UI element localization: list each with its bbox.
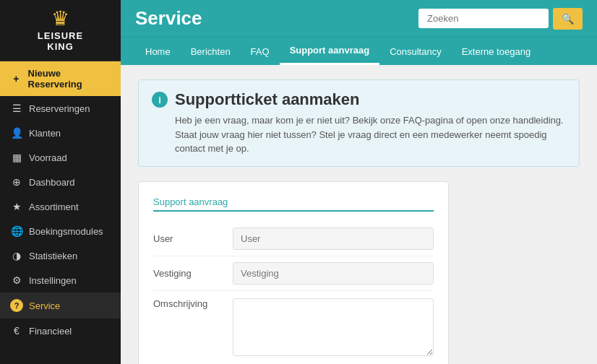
info-banner: i Supportticket aanmaken Heb je een vraa… <box>138 79 580 167</box>
vestiging-input[interactable] <box>233 262 434 285</box>
info-icon: i <box>152 92 168 108</box>
page-description: Heb je een vraag, maar kom je er niet ui… <box>175 113 566 156</box>
vestiging-label: Vestiging <box>153 268 226 279</box>
sidebar-item-voorraad[interactable]: ▦ Voorraad <box>0 145 121 170</box>
sidebar-item-dashboard[interactable]: ⊕ Dashboard <box>0 170 121 194</box>
navigation-bar: Home Berichten FAQ Support aanvraag Cons… <box>121 37 597 65</box>
sidebar-item-label: Statistieken <box>29 251 77 261</box>
page-heading: Supportticket aanmaken <box>175 90 566 109</box>
nav-item-externe-toegang[interactable]: Externe toegang <box>452 39 541 64</box>
sidebar-item-service[interactable]: ? Service <box>0 292 121 318</box>
user-icon: 👤 <box>10 127 23 139</box>
user-input[interactable] <box>233 228 434 250</box>
euro-icon: € <box>10 325 23 337</box>
sidebar-item-label: Klanten <box>29 128 61 139</box>
sidebar-item-label: Reserveringen <box>29 103 90 114</box>
nav-item-consultancy[interactable]: Consultancy <box>379 39 452 64</box>
help-icon: ? <box>10 299 23 312</box>
sidebar-item-assortiment[interactable]: ★ Assortiment <box>0 194 121 219</box>
list-icon: ☰ <box>10 103 23 114</box>
support-form: Support aanvraag User Vestiging Omschrij… <box>138 181 449 365</box>
sidebar-item-financieel[interactable]: € Financieel <box>0 318 121 343</box>
nav-item-faq[interactable]: FAQ <box>241 39 280 64</box>
crown-icon: ♛ <box>51 9 69 29</box>
nav-item-berichten[interactable]: Berichten <box>181 39 241 64</box>
star-icon: ★ <box>10 201 23 212</box>
sidebar-item-label: Nieuwe Reservering <box>28 68 111 90</box>
page-header-bar: Service 🔍 <box>121 0 597 37</box>
omschrijving-label: Omschrijving <box>153 298 226 309</box>
stats-icon: ◑ <box>10 250 23 261</box>
main-content: Service 🔍 Home Berichten FAQ Support aan… <box>121 0 597 364</box>
logo-text-king: KING <box>47 41 74 52</box>
sidebar-item-label: Instellingen <box>29 275 77 286</box>
search-area: 🔍 <box>418 8 583 30</box>
user-field-row: User <box>153 222 434 256</box>
sidebar-item-reserveringen[interactable]: ☰ Reserveringen <box>0 96 121 121</box>
sidebar-item-statistieken[interactable]: ◑ Statistieken <box>0 243 121 268</box>
sidebar-item-instellingen[interactable]: ⚙ Instellingen <box>0 268 121 292</box>
nav-item-home[interactable]: Home <box>135 39 181 64</box>
page-content: i Supportticket aanmaken Heb je een vraa… <box>121 65 597 364</box>
logo-text-leisure: LEISURE <box>38 30 83 41</box>
sidebar: ♛ LEISURE KING + Nieuwe Reservering ☰ Re… <box>0 0 121 364</box>
form-section-title: Support aanvraag <box>153 196 434 212</box>
sidebar-item-klanten[interactable]: 👤 Klanten <box>0 121 121 145</box>
gear-icon: ⚙ <box>10 274 23 286</box>
sidebar-item-label: Boekingsmodules <box>29 226 103 237</box>
vestiging-field-row: Vestiging <box>153 256 434 291</box>
sidebar-item-label: Voorraad <box>29 152 67 163</box>
sidebar-item-label: Dashboard <box>29 177 75 188</box>
sidebar-item-new-reservering[interactable]: + Nieuwe Reservering <box>0 61 121 96</box>
search-button[interactable]: 🔍 <box>553 8 583 30</box>
dashboard-icon: ⊕ <box>10 176 23 188</box>
box-icon: ▦ <box>10 152 23 163</box>
page-title: Service <box>135 7 202 30</box>
nav-item-support-aanvraag[interactable]: Support aanvraag <box>280 38 380 65</box>
info-text: Supportticket aanmaken Heb je een vraag,… <box>175 90 566 156</box>
sidebar-logo: ♛ LEISURE KING <box>0 0 121 61</box>
sidebar-item-label: Assortiment <box>29 202 79 212</box>
sidebar-item-label: Service <box>29 300 60 311</box>
omschrijving-textarea[interactable] <box>233 298 434 356</box>
sidebar-item-boekingsmodules[interactable]: 🌐 Boekingsmodules <box>0 219 121 243</box>
omschrijving-field-row: Omschrijving <box>153 291 434 363</box>
globe-icon: 🌐 <box>10 225 23 237</box>
user-label: User <box>153 233 226 244</box>
search-input[interactable] <box>418 9 549 28</box>
plus-icon: + <box>10 73 22 84</box>
sidebar-item-label: Financieel <box>29 326 72 337</box>
sidebar-nav: + Nieuwe Reservering ☰ Reserveringen 👤 K… <box>0 61 121 364</box>
